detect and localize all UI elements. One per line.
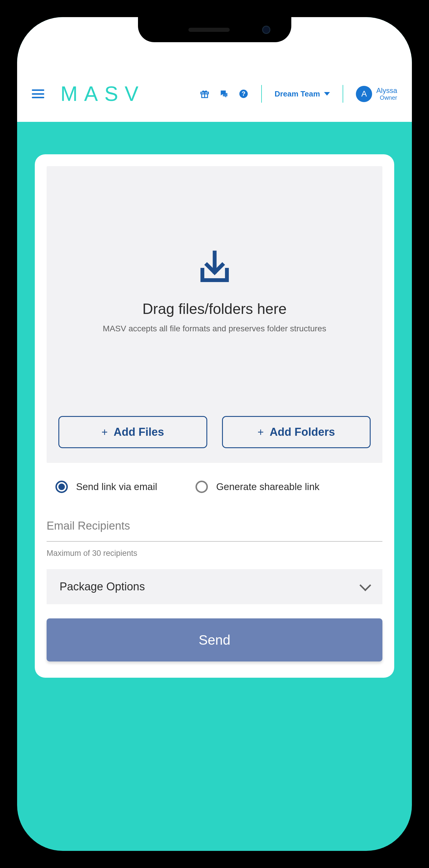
dropzone-title: Drag files/folders here	[142, 300, 287, 317]
caret-down-icon	[324, 92, 330, 96]
phone-volume-down	[0, 286, 2, 345]
user-menu[interactable]: A Alyssa Owner	[356, 86, 397, 102]
plus-icon: +	[257, 426, 264, 438]
main-area: Drag files/folders here MASV accepts all…	[17, 122, 412, 678]
add-files-label: Add Files	[113, 426, 164, 438]
add-folders-button[interactable]: + Add Folders	[222, 416, 371, 448]
help-icon[interactable]: ?	[238, 89, 249, 99]
radio-send-email[interactable]: Send link via email	[56, 480, 157, 493]
user-name: Alyssa	[376, 87, 397, 94]
phone-power-button	[427, 233, 429, 328]
dropzone[interactable]: Drag files/folders here MASV accepts all…	[46, 166, 383, 463]
recipients-hint: Maximum of 30 recipients	[46, 549, 383, 558]
package-options-label: Package Options	[60, 580, 145, 593]
user-role: Owner	[376, 94, 397, 101]
gift-icon[interactable]	[200, 89, 210, 99]
email-recipients-input[interactable]	[46, 511, 383, 542]
package-options-toggle[interactable]: Package Options	[46, 569, 383, 604]
radio-shareable-link[interactable]: Generate shareable link	[196, 480, 319, 493]
plus-icon: +	[101, 426, 108, 438]
menu-icon[interactable]	[32, 89, 44, 98]
dropzone-subtitle: MASV accepts all file formats and preser…	[103, 324, 326, 333]
screen: MASV	[17, 17, 412, 851]
svg-text:?: ?	[242, 90, 245, 97]
radio-icon	[56, 480, 68, 493]
team-selector[interactable]: Dream Team	[274, 89, 330, 98]
chevron-down-icon	[359, 580, 371, 591]
upload-card: Drag files/folders here MASV accepts all…	[35, 154, 394, 678]
avatar: A	[356, 86, 372, 102]
add-files-button[interactable]: + Add Files	[58, 416, 207, 448]
radio-label-shareable: Generate shareable link	[216, 481, 319, 492]
add-folders-label: Add Folders	[269, 426, 335, 438]
delivery-options: Send link via email Generate shareable l…	[46, 463, 383, 511]
phone-notch	[138, 17, 291, 42]
phone-inner-frame: MASV	[12, 12, 417, 856]
radio-icon	[196, 480, 208, 493]
team-name: Dream Team	[274, 89, 320, 98]
phone-frame: MASV	[0, 0, 429, 868]
phone-volume-up	[0, 212, 2, 272]
phone-camera	[262, 26, 270, 34]
send-button[interactable]: Send	[46, 618, 383, 661]
app-logo: MASV	[60, 82, 145, 105]
phone-speaker	[189, 28, 230, 32]
radio-label-email: Send link via email	[76, 481, 157, 492]
download-icon	[196, 249, 234, 287]
chat-icon[interactable]	[219, 89, 229, 99]
header-divider-2	[342, 85, 343, 103]
phone-silence-switch	[0, 159, 2, 192]
header-divider	[261, 85, 262, 103]
